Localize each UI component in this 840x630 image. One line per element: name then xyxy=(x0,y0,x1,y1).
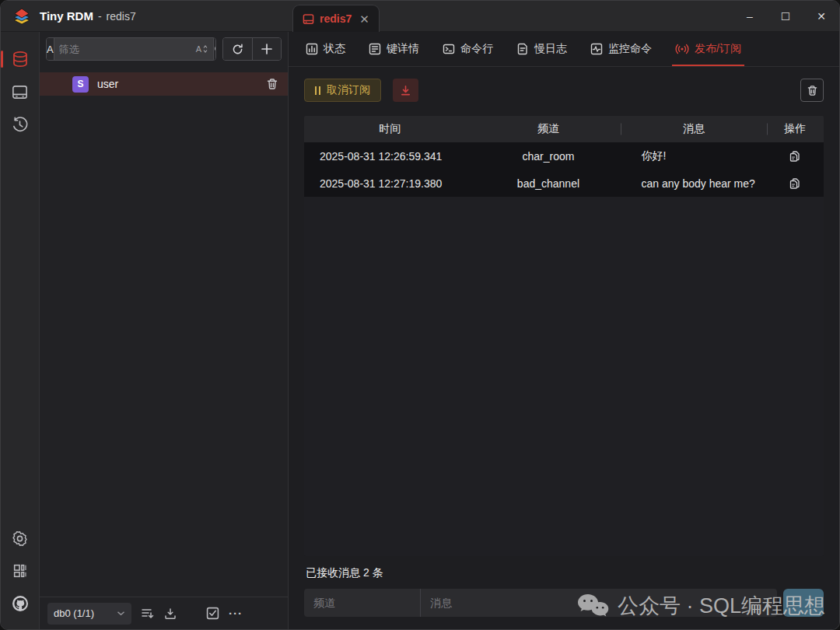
clear-messages-button[interactable] xyxy=(800,79,824,102)
main-content: 状态 键详情 命令行 xyxy=(289,32,839,629)
view-tabs: 状态 键详情 命令行 xyxy=(289,32,839,67)
copy-icon xyxy=(789,150,801,163)
publish-channel-input[interactable] xyxy=(304,589,420,617)
load-all-button[interactable] xyxy=(141,607,155,620)
close-button[interactable]: ✕ xyxy=(803,1,839,31)
import-button[interactable] xyxy=(164,607,177,620)
key-tree: S user xyxy=(40,66,288,597)
match-mode-button[interactable]: A xyxy=(47,38,54,60)
tab-status[interactable]: 状态 xyxy=(306,32,345,66)
import-icon xyxy=(164,607,177,620)
app-title: Tiny RDM xyxy=(40,9,93,23)
sidebar-rail xyxy=(1,32,40,629)
tab-close-icon[interactable]: ✕ xyxy=(359,13,369,25)
db-selector[interactable]: db0 (1/1) xyxy=(47,603,131,625)
list-load-icon xyxy=(141,607,155,620)
tab-key-detail[interactable]: 键详情 xyxy=(369,32,419,66)
titlebar: Tiny RDM - redis7 redis7 ✕ – ☐ ✕ xyxy=(1,1,839,32)
cell-message: can any body hear me? xyxy=(621,177,766,190)
cell-message: 你好! xyxy=(621,149,766,163)
delete-key-button[interactable] xyxy=(266,78,278,90)
db-selector-value: db0 (1/1) xyxy=(54,607,94,619)
copy-message-button[interactable] xyxy=(789,150,801,163)
server-panel-icon xyxy=(11,83,29,101)
tab-cli[interactable]: 命令行 xyxy=(443,32,493,66)
titlebar-separator: - xyxy=(98,10,102,23)
cell-channel: bad_channel xyxy=(475,177,621,190)
sort-icon[interactable]: A xyxy=(196,44,208,54)
table-row: 2025-08-31 12:27:19.380 bad_channel can … xyxy=(304,170,824,197)
copy-message-button[interactable] xyxy=(789,177,801,190)
table-header: 时间 频道 消息 操作 xyxy=(304,116,824,142)
tab-key-detail-label: 键详情 xyxy=(387,42,419,56)
messages-table: 时间 频道 消息 操作 2025-08-31 12:26:59.341 char… xyxy=(304,116,824,556)
publish-button[interactable] xyxy=(783,589,824,617)
refresh-icon xyxy=(232,44,243,55)
download-icon xyxy=(400,85,411,96)
tab-pubsub[interactable]: 发布/订阅 xyxy=(675,32,741,66)
copy-icon xyxy=(789,177,801,190)
publish-message-input[interactable] xyxy=(421,589,777,617)
table-row: 2025-08-31 12:26:59.341 char_room 你好! xyxy=(304,142,824,170)
more-actions-button[interactable]: ··· xyxy=(229,607,243,620)
tree-item-user[interactable]: S user xyxy=(40,72,288,96)
publish-row xyxy=(304,589,824,617)
filter-input[interactable] xyxy=(59,44,196,55)
table-empty-area xyxy=(304,197,824,556)
filter-row: A A xyxy=(40,32,288,66)
key-type-badge: S xyxy=(72,76,89,93)
github-icon xyxy=(11,594,30,613)
search-button[interactable] xyxy=(213,38,216,60)
trash-icon xyxy=(807,85,818,96)
tab-status-label: 状态 xyxy=(324,42,345,56)
maximize-button[interactable]: ☐ xyxy=(768,1,803,31)
tab-cli-label: 命令行 xyxy=(460,42,493,56)
rail-item-history[interactable] xyxy=(5,108,36,141)
grid-icon xyxy=(12,562,29,579)
header-channel: 频道 xyxy=(475,122,621,136)
browser-panel: A A xyxy=(40,32,289,629)
search-icon xyxy=(214,44,216,55)
export-messages-button[interactable] xyxy=(393,79,418,102)
checkbox-icon xyxy=(206,607,219,620)
minimize-button[interactable]: – xyxy=(732,1,768,31)
unsubscribe-button[interactable]: 取消订阅 xyxy=(304,79,381,102)
cell-time: 2025-08-31 12:26:59.341 xyxy=(304,150,475,163)
chevron-down-icon xyxy=(117,609,125,618)
rail-item-browser[interactable] xyxy=(5,43,36,75)
header-action: 操作 xyxy=(767,122,824,136)
header-time: 时间 xyxy=(304,122,475,136)
checkbox-mode-button[interactable] xyxy=(206,607,219,620)
window-controls: – ☐ ✕ xyxy=(732,1,839,31)
trash-icon xyxy=(266,78,278,90)
connection-tab[interactable]: redis7 ✕ xyxy=(292,5,380,32)
rail-item-report[interactable] xyxy=(5,555,36,587)
header-message: 消息 xyxy=(621,122,766,136)
pause-icon xyxy=(315,86,320,95)
rail-item-server[interactable] xyxy=(5,75,36,108)
refresh-button[interactable] xyxy=(223,38,252,60)
rail-item-github[interactable] xyxy=(5,587,36,620)
rail-item-settings[interactable] xyxy=(5,522,36,555)
titlebar-connection: redis7 xyxy=(107,10,136,23)
plus-icon xyxy=(261,44,272,54)
app-window: Tiny RDM - redis7 redis7 ✕ – ☐ ✕ xyxy=(0,0,840,630)
pubsub-toolbar: 取消订阅 xyxy=(304,79,824,102)
tab-slow-log[interactable]: 慢日志 xyxy=(516,32,567,66)
panel-bottom-bar: db0 (1/1) xyxy=(40,597,288,629)
tab-pubsub-label: 发布/订阅 xyxy=(695,42,741,56)
slow-log-icon xyxy=(516,43,529,55)
connection-tab-label: redis7 xyxy=(320,12,352,25)
tab-monitor[interactable]: 监控命令 xyxy=(590,32,652,66)
add-key-button[interactable] xyxy=(252,38,281,60)
cell-time: 2025-08-31 12:27:19.380 xyxy=(304,177,475,190)
pubsub-view: 取消订阅 xyxy=(289,67,839,629)
history-clock-icon xyxy=(11,116,29,134)
tab-monitor-label: 监控命令 xyxy=(608,42,652,56)
gear-icon xyxy=(11,530,29,548)
cell-channel: char_room xyxy=(475,150,621,163)
server-icon xyxy=(303,13,314,25)
tab-slow-log-label: 慢日志 xyxy=(534,42,567,56)
received-summary: 已接收消息 2 条 xyxy=(306,566,822,580)
database-icon xyxy=(11,50,30,68)
